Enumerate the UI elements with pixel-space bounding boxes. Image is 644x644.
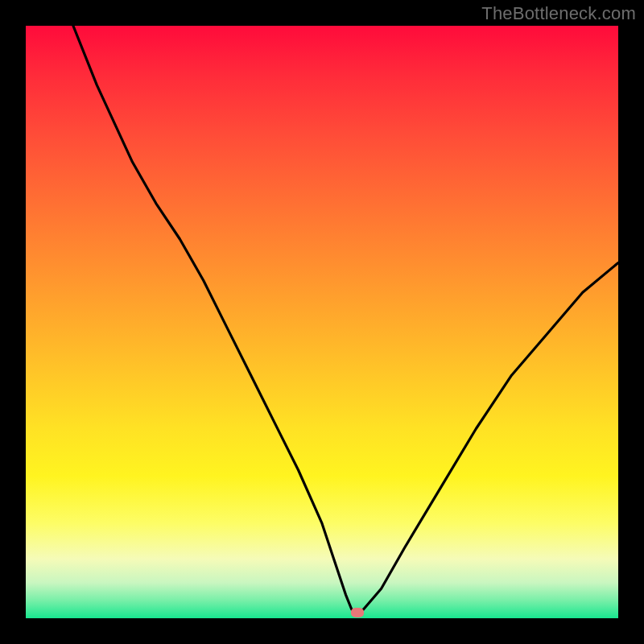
watermark-text: TheBottleneck.com [481, 3, 636, 24]
optimum-marker [351, 608, 364, 617]
chart-frame: TheBottleneck.com [0, 0, 644, 644]
bottleneck-curve [26, 26, 618, 618]
